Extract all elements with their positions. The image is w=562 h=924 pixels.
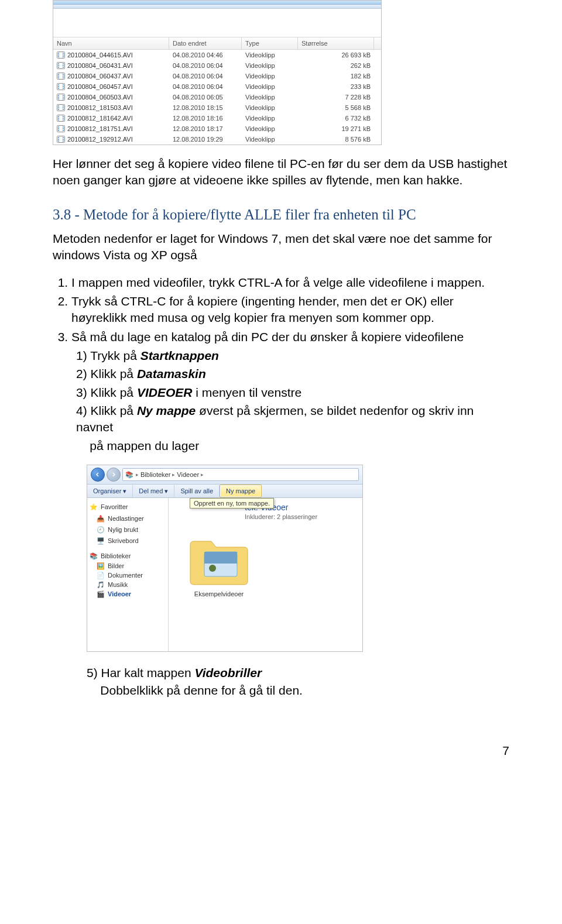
svg-rect-25: [63, 84, 64, 85]
file-size: 182 kB: [298, 71, 374, 81]
svg-rect-26: [63, 86, 64, 87]
file-size: 8 576 kB: [298, 135, 374, 144]
desktop-icon: 🖥️: [97, 537, 105, 545]
svg-rect-39: [63, 105, 64, 107]
svg-rect-46: [63, 116, 64, 117]
sub-list-item: 4) Klikk på Ny mappe øverst på skjermen,…: [76, 403, 509, 436]
file-date: 04.08.2010 06:04: [169, 82, 242, 91]
file-size: 19 271 kB: [298, 124, 374, 133]
sidebar-label: Skrivebord: [108, 537, 139, 544]
svg-rect-10: [58, 67, 59, 68]
chevron-right-icon: ▸: [201, 472, 204, 478]
svg-rect-52: [58, 130, 59, 131]
file-date: 12.08.2010 18:17: [169, 124, 242, 133]
star-icon: ⭐: [90, 503, 98, 511]
column-header-size[interactable]: Størrelse: [298, 37, 374, 49]
nav-area: [53, 9, 381, 37]
sidebar-item-pictures[interactable]: 🖼️ Bilder: [90, 561, 166, 571]
forward-button[interactable]: [107, 468, 121, 482]
svg-rect-13: [63, 67, 64, 68]
sub-item-pre: 4) Klikk på: [76, 404, 137, 417]
file-size: 5 568 kB: [298, 103, 374, 112]
folder-item[interactable]: Eksempelvideoer: [184, 534, 254, 597]
table-row[interactable]: 20100804_060431.AVI04.08.2010 06:04Video…: [53, 60, 381, 71]
organize-button[interactable]: Organiser ▾: [87, 485, 133, 497]
sidebar-label: Favoritter: [101, 503, 128, 510]
svg-rect-12: [63, 65, 64, 66]
documents-icon: 📄: [97, 571, 105, 579]
sub-item-pre: 2) Klikk på: [76, 367, 137, 380]
table-row[interactable]: 20100804_044615.AVI04.08.2010 04:46Video…: [53, 50, 381, 60]
table-row[interactable]: 20100804_060437.AVI04.08.2010 06:04Video…: [53, 71, 381, 81]
file-date: 12.08.2010 18:15: [169, 103, 242, 112]
table-row[interactable]: 20100804_060457.AVI04.08.2010 06:04Video…: [53, 81, 381, 92]
file-name: 20100812_192912.AVI: [67, 136, 133, 143]
library-subtitle[interactable]: Inkluderer: 2 plasseringer: [245, 513, 357, 520]
svg-rect-45: [58, 119, 59, 121]
library-icon: 📚: [125, 470, 133, 479]
file-name: 20100812_181642.AVI: [67, 115, 133, 122]
column-header-date[interactable]: Dato endret: [169, 37, 242, 49]
file-name: 20100804_044615.AVI: [67, 51, 133, 59]
sidebar-label: Dokumenter: [108, 572, 143, 579]
column-header-type[interactable]: Type: [242, 37, 298, 49]
file-type: Videoklipp: [242, 135, 298, 144]
column-header-name[interactable]: Navn: [53, 37, 169, 49]
sidebar-label: Biblioteker: [101, 552, 131, 559]
file-name: 20100804_060437.AVI: [67, 73, 133, 80]
svg-rect-48: [63, 119, 64, 121]
breadcrumb[interactable]: ▸ Biblioteker ▸ Videoer ▸: [136, 471, 204, 478]
table-row[interactable]: 20100812_181642.AVI12.08.2010 18:16Video…: [53, 113, 381, 123]
tooltip-new-folder: Opprett en ny, tom mappe.: [190, 498, 274, 509]
video-file-icon: [57, 125, 65, 132]
video-file-icon: [57, 73, 65, 80]
svg-rect-3: [58, 56, 59, 57]
svg-rect-9: [58, 65, 59, 66]
list-item-text: Så må du lage en katalog på din PC der d…: [71, 330, 464, 344]
file-type: Videoklipp: [242, 92, 298, 102]
sub-list-item: 3) Klikk på VIDEOER i menyen til venstre: [76, 384, 509, 401]
list-item: I mappen med videofiler, trykk CTRL-A fo…: [71, 274, 509, 291]
sidebar-item-desktop[interactable]: 🖥️ Skrivebord: [90, 536, 166, 545]
svg-rect-33: [63, 97, 64, 98]
sidebar-item-downloads[interactable]: 📥 Nedlastinger: [90, 514, 166, 523]
address-bar[interactable]: 📚 ▸ Biblioteker ▸ Videoer ▸: [122, 468, 359, 481]
library-icon: 📚: [90, 552, 98, 560]
file-size: 6 732 kB: [298, 114, 374, 123]
list-item: Trykk så CTRL-C for å kopiere (ingenting…: [71, 293, 509, 327]
toolbar: Organiser ▾ Del med ▾ Spill av alle Ny m…: [87, 485, 362, 498]
titlebar-band: [53, 1, 381, 5]
playall-button[interactable]: Spill av alle: [174, 485, 220, 497]
table-row[interactable]: 20100812_192912.AVI12.08.2010 19:29Video…: [53, 134, 381, 145]
svg-rect-20: [63, 77, 64, 78]
newfolder-button[interactable]: Ny mappe: [220, 485, 262, 497]
sidebar-group-favorites[interactable]: ⭐ Favoritter: [90, 501, 166, 512]
video-file-icon: [57, 136, 65, 143]
svg-rect-47: [63, 118, 64, 119]
svg-rect-31: [58, 98, 59, 99]
file-name: 20100812_181751.AVI: [67, 125, 133, 132]
sidebar-item-music[interactable]: 🎵 Musikk: [90, 580, 166, 589]
sub-item-bold: Startknappen: [140, 349, 219, 362]
chevron-right-icon: ▸: [172, 472, 175, 478]
table-row[interactable]: 20100812_181503.AVI12.08.2010 18:15Video…: [53, 102, 381, 113]
table-row[interactable]: 20100812_181751.AVI12.08.2010 18:17Video…: [53, 123, 381, 134]
svg-rect-6: [63, 56, 64, 57]
crumb-label: Biblioteker: [140, 471, 170, 478]
table-row[interactable]: 20100804_060503.AVI04.08.2010 06:05Video…: [53, 92, 381, 102]
svg-rect-29: [58, 95, 59, 96]
video-file-icon: [57, 94, 65, 101]
svg-rect-51: [58, 128, 59, 129]
sidebar-item-documents[interactable]: 📄 Dokumenter: [90, 571, 166, 580]
download-icon: 📥: [97, 514, 105, 523]
file-date: 04.08.2010 06:05: [169, 92, 242, 102]
sidebar-group-libraries[interactable]: 📚 Biblioteker: [90, 551, 166, 561]
svg-rect-60: [63, 137, 64, 138]
sidebar-item-recent[interactable]: 🕘 Nylig brukt: [90, 525, 166, 534]
share-button[interactable]: Del med ▾: [133, 485, 174, 497]
sidebar-label: Videoer: [108, 590, 131, 597]
back-button[interactable]: [91, 468, 105, 482]
file-type: Videoklipp: [242, 82, 298, 91]
sidebar-item-videos[interactable]: 🎬 Videoer: [90, 589, 166, 599]
svg-rect-57: [58, 137, 59, 138]
